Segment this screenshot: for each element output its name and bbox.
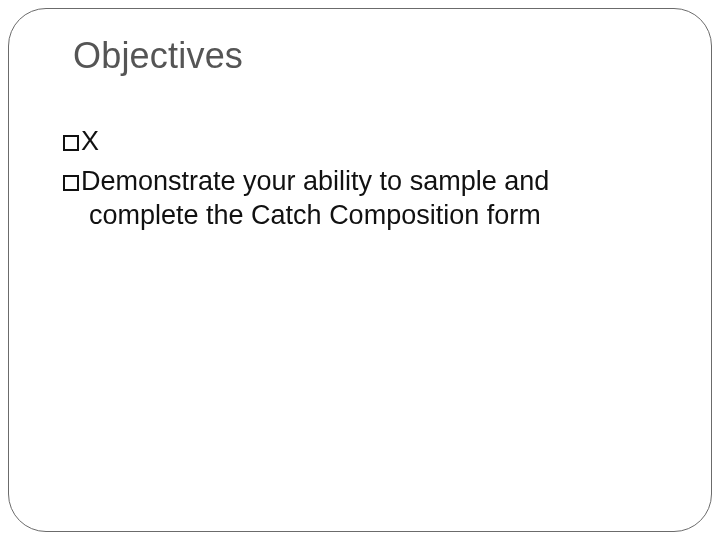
square-bullet-icon	[63, 135, 79, 151]
square-bullet-icon	[63, 175, 79, 191]
bullet-text-continuation: complete the Catch Composition form	[89, 199, 657, 233]
bullet-list: X Demonstrate your ability to sample and…	[63, 125, 657, 232]
slide-border: Objectives X Demonstrate your ability to…	[8, 8, 712, 532]
slide: Objectives X Demonstrate your ability to…	[0, 0, 720, 540]
bullet-text: X	[81, 126, 99, 156]
list-item: X	[63, 125, 657, 159]
bullet-text: Demonstrate your ability to sample and	[81, 166, 549, 196]
slide-title: Objectives	[73, 35, 657, 77]
list-item: Demonstrate your ability to sample and c…	[63, 165, 657, 233]
